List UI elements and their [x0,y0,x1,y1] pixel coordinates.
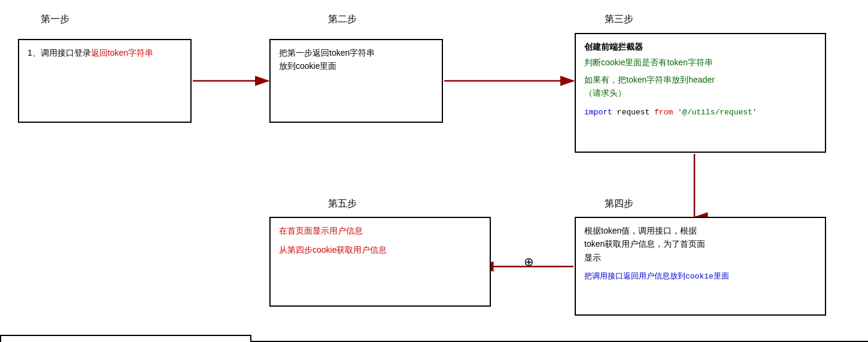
step3-content: 创建前端拦截器 判断cookie里面是否有token字符串 如果有，把token… [584,40,817,119]
step3-line3: （请求头） [584,86,817,99]
step3-line1: 判断cookie里面是否有token字符串 [584,56,817,69]
step4-cookie-text: 把调用接口返回用户信息放到cookie里面 [584,272,729,281]
step2-label: 第二步 [328,13,357,26]
diagram-container: 第一步 1、调用接口登录返回token字符串 第二步 把第一步返回token字符… [0,0,868,342]
step3-path: '@/utils/request' [678,108,757,117]
step1-text2: 返回token字符串 [91,48,153,57]
step3-title: 创建前端拦截器 [584,40,817,53]
step4-content: 根据token值，调用接口，根据 token获取用户信息，为了首页面 显示 把调… [584,224,817,283]
step3-request-word: request [617,108,654,117]
bottom-partial-box [0,335,251,342]
step1-label: 第一步 [41,13,69,26]
step3-line2: 如果有，把token字符串放到header [584,73,817,86]
step2-line2: 放到cookie里面 [279,59,433,72]
step4-box: 根据token值，调用接口，根据 token获取用户信息，为了首页面 显示 把调… [575,217,826,316]
step1-text1: 1、调用接口登录 [28,48,91,57]
step2-box: 把第一步返回token字符串 放到cookie里面 [269,39,443,123]
step5-line1: 在首页面显示用户信息 [279,224,481,237]
crosshair-symbol: ⊕ [524,255,534,269]
step3-box: 创建前端拦截器 判断cookie里面是否有token字符串 如果有，把token… [575,33,826,153]
step4-line3: 显示 [584,251,817,264]
step5-content: 在首页面显示用户信息 从第四步cookie获取用户信息 [279,224,481,257]
step1-content: 1、调用接口登录返回token字符串 [28,46,182,59]
step3-import: import [584,108,617,117]
step4-label: 第四步 [605,198,633,210]
step3-code: import request from '@/utils/request' [584,105,817,119]
step4-line2: token获取用户信息，为了首页面 [584,237,817,250]
step2-line1: 把第一步返回token字符串 [279,46,433,59]
step2-content: 把第一步返回token字符串 放到cookie里面 [279,46,433,73]
step5-label: 第五步 [328,198,357,210]
step3-from: from [654,108,678,117]
step5-line2: 从第四步cookie获取用户信息 [279,243,481,256]
step3-label: 第三步 [605,13,633,26]
step4-line1: 根据token值，调用接口，根据 [584,224,817,237]
step4-code: 把调用接口返回用户信息放到cookie里面 [584,269,817,283]
step5-box: 在首页面显示用户信息 从第四步cookie获取用户信息 [269,217,491,307]
step1-box: 1、调用接口登录返回token字符串 [18,39,192,123]
